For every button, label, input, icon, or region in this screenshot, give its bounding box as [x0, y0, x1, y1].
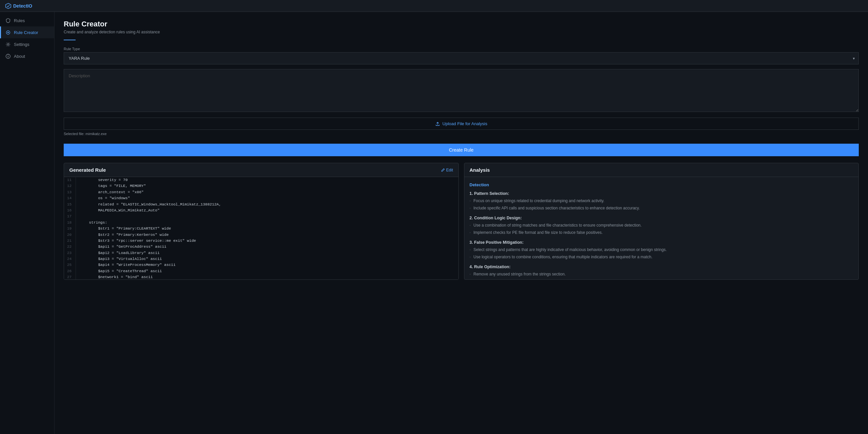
selected-file-text: Selected file: mimikatz.exe	[64, 132, 859, 136]
line-number: 17	[64, 213, 76, 219]
line-number: 12	[64, 183, 76, 189]
analysis-item-title: 4. Rule Optimization:	[470, 265, 854, 269]
sidebar-item-about[interactable]: About	[0, 50, 54, 62]
app-name: DetectIO	[13, 3, 32, 8]
analysis-bullet: Focus on unique strings related to crede…	[470, 198, 854, 204]
table-row: 11 severity = 70	[64, 177, 458, 183]
line-number: 22	[64, 244, 76, 250]
edit-label: Edit	[446, 168, 453, 172]
analysis-item-title: 2. Condition Logic Design:	[470, 216, 854, 220]
upload-button[interactable]: Upload File for Analysis	[64, 118, 859, 130]
analysis-bullet: Implement checks for PE file format and …	[470, 230, 854, 235]
pencil-icon	[441, 168, 445, 172]
table-row: 26 $api5 = "CreateThread" ascii	[64, 268, 458, 274]
table-row: 25 $api4 = "WriteProcessMemory" ascii	[64, 262, 458, 268]
sidebar-item-about-label: About	[14, 54, 25, 59]
table-row: 20 $str2 = "Primary:Kerberos" wide	[64, 232, 458, 238]
line-content: $api3 = "VirtualAlloc" ascii	[76, 256, 162, 262]
line-number: 21	[64, 238, 76, 244]
line-number: 15	[64, 201, 76, 207]
line-number: 13	[64, 189, 76, 195]
page-subtitle: Create and analyze detection rules using…	[64, 30, 859, 34]
table-row: 15 related = "ELASTIC_Windows_Hacktool_M…	[64, 201, 458, 207]
table-row: 24 $api3 = "VirtualAlloc" ascii	[64, 256, 458, 262]
generated-rule-header: Generated Rule Edit	[64, 163, 458, 177]
sidebar: Rules Rule Creator Settings About	[0, 12, 55, 434]
rule-type-select-wrapper: YARA Rule Sigma Rule Snort Rule ▾	[64, 52, 859, 64]
detection-label: Detection	[470, 182, 854, 187]
analysis-header: Analysis	[464, 163, 859, 177]
rule-type-label: Rule Type	[64, 47, 859, 51]
line-content: MALPEDIA_Win_Mimikatz_Auto"	[76, 207, 160, 213]
wand-icon	[5, 30, 10, 35]
line-number: 16	[64, 207, 76, 213]
title-underline	[64, 40, 75, 40]
table-row: 17	[64, 213, 458, 219]
line-number: 18	[64, 220, 76, 226]
edit-button[interactable]: Edit	[441, 168, 453, 172]
line-content	[76, 213, 80, 219]
table-row: 13 arch_context = "x86"	[64, 189, 458, 195]
generated-rule-panel: Generated Rule Edit 11 severity = 7012 t…	[64, 163, 459, 280]
analysis-bullet: Include specific API calls and suspiciou…	[470, 205, 854, 211]
line-content: $api5 = "CreateThread" ascii	[76, 268, 162, 274]
line-content: severity = 70	[76, 177, 128, 183]
analysis-bullet: Use a combination of string matches and …	[470, 222, 854, 228]
shield-icon	[5, 18, 10, 23]
list-item: 3. False Positive Mitigation:Select stri…	[470, 240, 854, 260]
description-group	[64, 69, 859, 113]
line-content: strings:	[76, 220, 107, 226]
sidebar-item-rules[interactable]: Rules	[0, 15, 54, 26]
line-number: 20	[64, 232, 76, 238]
analysis-bullet: Ensure that all defined strings are util…	[470, 279, 854, 280]
table-row: 21 $str3 = "rpc::server service::me exit…	[64, 238, 458, 244]
sidebar-item-settings-label: Settings	[14, 42, 29, 47]
analysis-item-title: 1. Pattern Selection:	[470, 191, 854, 196]
svg-point-3	[7, 44, 9, 45]
line-content: $str1 = "Primary:CLEARTEXT" wide	[76, 226, 171, 232]
sidebar-item-rules-label: Rules	[14, 18, 25, 23]
info-icon	[5, 54, 10, 59]
rule-type-group: Rule Type YARA Rule Sigma Rule Snort Rul…	[64, 47, 859, 64]
main-layout: Rules Rule Creator Settings About Rule C…	[0, 12, 868, 434]
line-content: arch_context = "x86"	[76, 189, 144, 195]
sidebar-item-settings[interactable]: Settings	[0, 38, 54, 50]
logo-icon	[5, 3, 11, 9]
line-content: $api4 = "WriteProcessMemory" ascii	[76, 262, 176, 268]
line-number: 25	[64, 262, 76, 268]
analysis-items: 1. Pattern Selection:Focus on unique str…	[470, 191, 854, 280]
table-row: 19 $str1 = "Primary:CLEARTEXT" wide	[64, 226, 458, 232]
svg-point-6	[8, 55, 8, 56]
line-content: $str2 = "Primary:Kerberos" wide	[76, 232, 169, 238]
line-content: related = "ELASTIC_Windows_Hacktool_Mimi…	[76, 201, 221, 207]
upload-icon	[435, 121, 440, 126]
table-row: 18 strings:	[64, 220, 458, 226]
line-number: 24	[64, 256, 76, 262]
line-content: os = "windows"	[76, 195, 130, 201]
topbar: DetectIO	[0, 0, 868, 12]
line-content: $api2 = "LoadLibrary" ascii	[76, 250, 160, 256]
table-row: 16 MALPEDIA_Win_Mimikatz_Auto"	[64, 207, 458, 213]
line-number: 19	[64, 226, 76, 232]
line-content: $api1 = "GetProcAddress" ascii	[76, 244, 166, 250]
line-number: 23	[64, 250, 76, 256]
rule-type-select[interactable]: YARA Rule Sigma Rule Snort Rule	[64, 52, 859, 64]
create-rule-button[interactable]: Create Rule	[64, 144, 859, 156]
analysis-bullet: Remove any unused strings from the strin…	[470, 271, 854, 277]
analysis-title: Analysis	[470, 167, 490, 173]
description-textarea[interactable]	[64, 69, 859, 112]
analysis-panel: Analysis Detection 1. Pattern Selection:…	[464, 163, 859, 280]
page-title: Rule Creator	[64, 20, 859, 28]
app-logo: DetectIO	[5, 3, 32, 9]
line-content: $str3 = "rpc::server service::me exit" w…	[76, 238, 196, 244]
line-number: 11	[64, 177, 76, 183]
analysis-bullet: Select strings and patterns that are hig…	[470, 247, 854, 253]
table-row: 12 tags = "FILE, MEMORY"	[64, 183, 458, 189]
line-content: $network1 = "bind" ascii	[76, 274, 153, 280]
sidebar-item-rule-creator-label: Rule Creator	[14, 30, 38, 35]
main-content: Rule Creator Create and analyze detectio…	[55, 12, 868, 434]
code-container[interactable]: 11 severity = 7012 tags = "FILE, MEMORY"…	[64, 177, 458, 280]
table-row: 27 $network1 = "bind" ascii	[64, 274, 458, 280]
sidebar-item-rule-creator[interactable]: Rule Creator	[0, 26, 54, 38]
svg-marker-0	[6, 3, 11, 8]
